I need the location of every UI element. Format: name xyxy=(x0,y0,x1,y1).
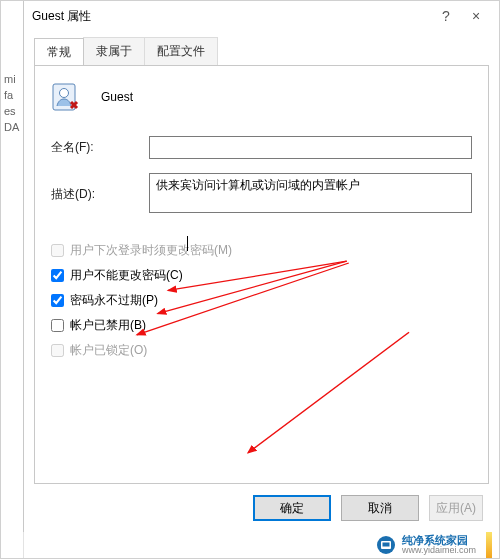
chk-password-never-expires-label: 密码永不过期(P) xyxy=(70,292,158,309)
user-icon xyxy=(51,80,85,114)
watermark: 纯净系统家园 www.yidaimei.com xyxy=(374,532,498,558)
apply-button[interactable]: 应用(A) xyxy=(429,495,483,521)
text-caret xyxy=(187,236,188,251)
properties-dialog: Guest 属性 ? × 常规 隶属于 配置文件 Gu xyxy=(23,1,499,532)
chk-cannot-change-password-label: 用户不能更改密码(C) xyxy=(70,267,183,284)
chk-account-disabled-box[interactable] xyxy=(51,319,64,332)
bg-text: es xyxy=(1,103,23,119)
bg-text: fa xyxy=(1,87,23,103)
identity-row: Guest xyxy=(51,80,472,114)
account-name: Guest xyxy=(101,90,133,104)
watermark-logo-icon xyxy=(376,535,396,555)
watermark-bar xyxy=(486,532,492,558)
svg-point-1 xyxy=(60,89,69,98)
tab-page-general: Guest 全名(F): 描述(D): 用户下次登录时须更改密码(M) xyxy=(34,65,489,484)
description-input[interactable] xyxy=(149,173,472,213)
screenshot-frame: mi fa es DA Guest 属性 ? × 常规 隶属于 配置文件 xyxy=(0,0,500,559)
cancel-button[interactable]: 取消 xyxy=(341,495,419,521)
description-label: 描述(D): xyxy=(51,186,149,203)
chk-must-change-password-box xyxy=(51,244,64,257)
window-title: Guest 属性 xyxy=(32,8,431,25)
bg-text: mi xyxy=(1,71,23,87)
chk-account-locked-box xyxy=(51,344,64,357)
tab-member-of[interactable]: 隶属于 xyxy=(83,37,145,65)
ok-button[interactable]: 确定 xyxy=(253,495,331,521)
chk-cannot-change-password-box[interactable] xyxy=(51,269,64,282)
full-name-label: 全名(F): xyxy=(51,139,149,156)
help-button[interactable]: ? xyxy=(431,8,461,24)
chk-must-change-password-label: 用户下次登录时须更改密码(M) xyxy=(70,242,232,259)
chk-account-disabled-label: 帐户已禁用(B) xyxy=(70,317,146,334)
close-button[interactable]: × xyxy=(461,8,491,24)
chk-account-disabled[interactable]: 帐户已禁用(B) xyxy=(51,317,472,334)
full-name-row: 全名(F): xyxy=(51,136,472,159)
svg-rect-8 xyxy=(382,543,389,547)
tab-profile[interactable]: 配置文件 xyxy=(144,37,218,65)
tab-strip: 常规 隶属于 配置文件 xyxy=(24,31,499,65)
chk-account-locked-label: 帐户已锁定(O) xyxy=(70,342,147,359)
titlebar[interactable]: Guest 属性 ? × xyxy=(24,1,499,31)
chk-password-never-expires-box[interactable] xyxy=(51,294,64,307)
tab-general[interactable]: 常规 xyxy=(34,38,84,66)
description-row: 描述(D): xyxy=(51,173,472,216)
password-options: 用户下次登录时须更改密码(M) 用户不能更改密码(C) 密码永不过期(P) 帐户… xyxy=(51,242,472,359)
full-name-input[interactable] xyxy=(149,136,472,159)
chk-password-never-expires[interactable]: 密码永不过期(P) xyxy=(51,292,472,309)
watermark-url: www.yidaimei.com xyxy=(402,546,476,555)
background-window-slice: mi fa es DA xyxy=(1,1,24,559)
chk-must-change-password: 用户下次登录时须更改密码(M) xyxy=(51,242,472,259)
dialog-button-bar: 确定 取消 应用(A) xyxy=(24,484,499,532)
chk-cannot-change-password[interactable]: 用户不能更改密码(C) xyxy=(51,267,472,284)
chk-account-locked: 帐户已锁定(O) xyxy=(51,342,472,359)
bg-text: DA xyxy=(1,119,23,135)
